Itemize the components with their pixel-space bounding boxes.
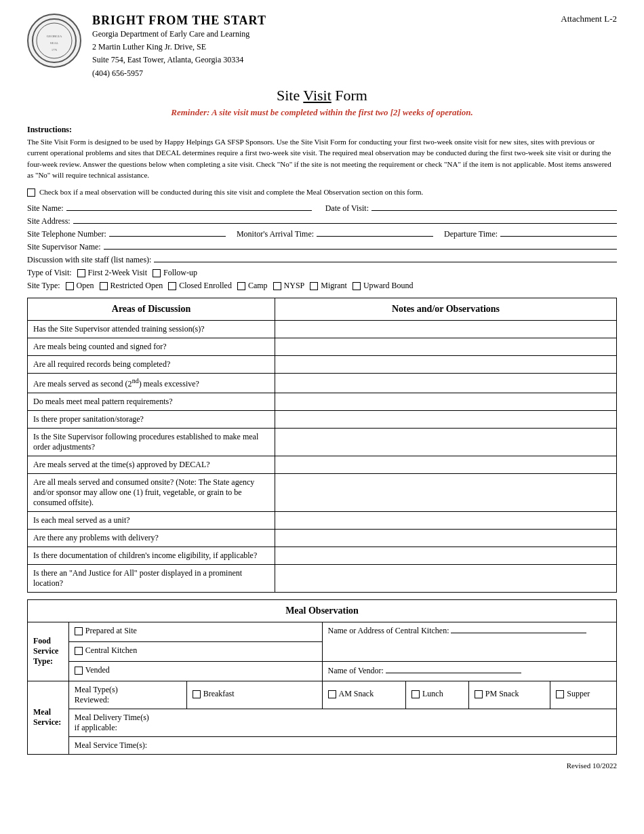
- meal-service-label: MealService:: [28, 681, 69, 754]
- meal-delivery-cell: Meal Delivery Time(s)if applicable:: [68, 709, 616, 736]
- restricted-label: Restricted Open: [110, 281, 163, 291]
- site-supervisor-input[interactable]: [104, 249, 617, 250]
- am-snack-checkbox[interactable]: [328, 690, 336, 698]
- table-header-left: Areas of Discussion: [28, 298, 275, 320]
- table-row: Is the Site Supervisor following procedu…: [28, 428, 617, 456]
- pm-snack-cell: PM Snack: [468, 681, 550, 709]
- central-kitchen-name-cell: Name or Address of Central Kitchen:: [322, 622, 616, 661]
- notes-cell-9[interactable]: [275, 511, 616, 529]
- notes-cell-3[interactable]: [275, 373, 616, 393]
- table-row: Are all meals served and consumed onsite…: [28, 473, 617, 511]
- nysp-label: NYSP: [284, 281, 305, 291]
- notes-cell-5[interactable]: [275, 410, 616, 428]
- lunch-checkbox[interactable]: [411, 690, 420, 698]
- followup-checkbox[interactable]: [153, 269, 161, 277]
- supper-cell: Supper: [550, 681, 617, 709]
- meal-service-row: MealService: Meal Type(s)Reviewed: Break…: [28, 681, 617, 709]
- discussion-item-3: Are meals served as second (2nd) meals e…: [28, 373, 275, 393]
- discussion-label: Discussion with site staff (list names):: [27, 255, 151, 265]
- upward-checkbox[interactable]: [353, 282, 361, 290]
- name-of-vendor-input[interactable]: [386, 673, 521, 673]
- restricted-checkbox[interactable]: [100, 282, 108, 290]
- instructions-heading: Instructions:: [27, 125, 617, 135]
- first2week-checkbox[interactable]: [77, 269, 85, 277]
- header-section: GEORGIA SEAL 1776 BRIGHT FROM THE START …: [27, 14, 617, 80]
- meal-observation-header: Meal Observation: [28, 599, 617, 622]
- breakfast-item: Breakfast: [193, 689, 235, 699]
- org-info: BRIGHT FROM THE START Georgia Department…: [92, 14, 508, 80]
- central-kitchen-checkbox[interactable]: [75, 647, 83, 655]
- vended-label: Vended: [85, 665, 110, 675]
- closed-checkbox[interactable]: [168, 282, 176, 290]
- notes-cell-6[interactable]: [275, 428, 616, 456]
- lunch-label: Lunch: [422, 689, 443, 699]
- notes-cell-0[interactable]: [275, 320, 616, 338]
- notes-cell-11[interactable]: [275, 547, 616, 564]
- prepared-at-site-item: Prepared at Site: [75, 626, 137, 636]
- table-row: Is there proper sanitation/storage?: [28, 410, 617, 428]
- organization-logo: GEORGIA SEAL 1776: [27, 14, 81, 68]
- table-row: Are all required records being completed…: [28, 355, 617, 373]
- org-line2: 2 Martin Luther King Jr. Drive, SE: [92, 41, 508, 54]
- date-of-visit-input[interactable]: [371, 210, 617, 211]
- name-of-vendor-cell: Name of Vendor:: [322, 661, 616, 681]
- notes-cell-2[interactable]: [275, 355, 616, 373]
- meal-observation-checkbox-line: Check box if a meal observation will be …: [27, 188, 617, 197]
- open-checkbox[interactable]: [66, 282, 74, 290]
- discussion-item-5: Is there proper sanitation/storage?: [28, 410, 275, 428]
- pm-snack-checkbox[interactable]: [475, 690, 483, 698]
- prepared-at-site-checkbox[interactable]: [75, 627, 83, 635]
- svg-text:GEORGIA: GEORGIA: [47, 35, 62, 38]
- discussion-item-4: Do meals meet meal pattern requirements?: [28, 393, 275, 410]
- departure-label: Departure Time:: [444, 229, 498, 239]
- supper-label: Supper: [567, 689, 590, 699]
- vended-item: Vended: [75, 665, 110, 675]
- migrant-checkbox[interactable]: [310, 282, 318, 290]
- nysp-checkbox[interactable]: [273, 282, 281, 290]
- monitor-arrival-input[interactable]: [317, 236, 433, 237]
- meal-service-times-row: Meal Service Time(s):: [28, 736, 617, 754]
- food-service-label: FoodServiceType:: [28, 622, 69, 681]
- discussion-input[interactable]: [154, 262, 617, 262]
- site-type-closed: Closed Enrolled: [168, 281, 232, 291]
- site-type-row: Site Type: Open Restricted Open Closed E…: [27, 281, 617, 291]
- departure-input[interactable]: [500, 236, 617, 237]
- breakfast-checkbox[interactable]: [193, 690, 201, 698]
- supper-item: Supper: [556, 689, 590, 699]
- meal-observation-checkbox[interactable]: [27, 188, 35, 197]
- name-or-address-label: Name or Address of Central Kitchen:: [328, 626, 449, 635]
- site-name-input[interactable]: [66, 210, 312, 211]
- first2week-label: First 2-Week Visit: [88, 268, 147, 278]
- vended-checkbox[interactable]: [75, 667, 83, 675]
- meal-observation-checkbox-label: Check box if a meal observation will be …: [39, 188, 423, 196]
- discussion-item-11: Is there documentation of children's inc…: [28, 547, 275, 564]
- closed-label: Closed Enrolled: [179, 281, 232, 291]
- site-telephone-input[interactable]: [109, 236, 226, 237]
- notes-cell-4[interactable]: [275, 393, 616, 410]
- page-title-part1: Site: [277, 87, 303, 104]
- page-title: Site Visit Form: [27, 87, 617, 104]
- camp-checkbox[interactable]: [237, 282, 245, 290]
- central-kitchen-item: Central Kitchen: [75, 646, 137, 656]
- svg-text:SEAL: SEAL: [50, 41, 59, 45]
- site-address-input[interactable]: [73, 223, 617, 224]
- notes-cell-1[interactable]: [275, 338, 616, 355]
- lunch-cell: Lunch: [405, 681, 468, 709]
- notes-cell-7[interactable]: [275, 456, 616, 473]
- supper-checkbox[interactable]: [556, 690, 564, 698]
- discussion-item-7: Are meals served at the time(s) approved…: [28, 456, 275, 473]
- site-address-label: Site Address:: [27, 216, 71, 226]
- notes-cell-10[interactable]: [275, 529, 616, 547]
- telephone-row: Site Telephone Number: Monitor's Arrival…: [27, 229, 617, 239]
- migrant-label: Migrant: [321, 281, 347, 291]
- svg-point-0: [33, 19, 76, 62]
- areas-of-discussion-table: Areas of Discussion Notes and/or Observa…: [27, 298, 617, 593]
- discussion-item-12: Is there an "And Justice for All" poster…: [28, 564, 275, 592]
- org-line1: Georgia Department of Early Care and Lea…: [92, 28, 508, 41]
- notes-cell-12[interactable]: [275, 564, 616, 592]
- site-supervisor-label: Site Supervisor Name:: [27, 242, 101, 252]
- table-row: Are meals served at the time(s) approved…: [28, 456, 617, 473]
- central-kitchen-name-input[interactable]: [451, 633, 586, 633]
- notes-cell-8[interactable]: [275, 473, 616, 511]
- followup-label: Follow-up: [163, 268, 197, 278]
